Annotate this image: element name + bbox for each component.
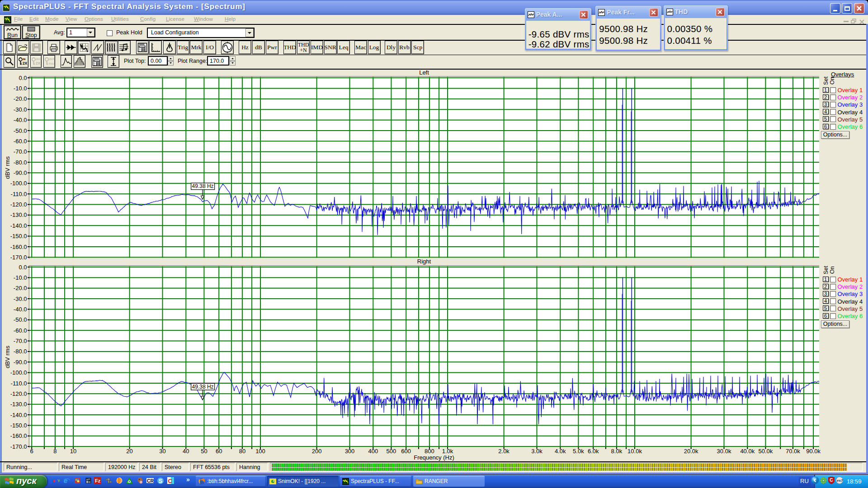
svg-text:50: 50 bbox=[201, 448, 207, 455]
svg-text:2.0k: 2.0k bbox=[498, 448, 509, 455]
svg-text:On: On bbox=[829, 266, 835, 274]
svg-text:-60.0: -60.0 bbox=[14, 327, 27, 334]
svg-text:10: 10 bbox=[70, 448, 76, 455]
svg-text:-40.0: -40.0 bbox=[14, 117, 27, 123]
svg-text:400: 400 bbox=[368, 448, 378, 455]
svg-text:-30.0: -30.0 bbox=[14, 106, 27, 113]
svg-text:20: 20 bbox=[126, 448, 132, 455]
svg-text:On: On bbox=[829, 77, 835, 84]
svg-text:-70.0: -70.0 bbox=[14, 148, 27, 155]
svg-text:40.0k: 40.0k bbox=[740, 448, 755, 455]
svg-text:e: e bbox=[64, 477, 67, 484]
svg-text:20.0k: 20.0k bbox=[684, 448, 698, 455]
svg-text:600: 600 bbox=[401, 448, 411, 455]
svg-text:0.0: 0.0 bbox=[19, 264, 27, 271]
svg-text:-50.0: -50.0 bbox=[14, 316, 27, 323]
svg-text:40: 40 bbox=[183, 448, 189, 455]
svg-text:-60.0: -60.0 bbox=[14, 138, 27, 145]
svg-text:Y: Y bbox=[57, 479, 60, 483]
svg-text:50.0k: 50.0k bbox=[758, 448, 773, 455]
svg-text:Left: Left bbox=[419, 69, 429, 76]
svg-text:-170.0: -170.0 bbox=[10, 254, 27, 261]
svg-text:-20.0: -20.0 bbox=[14, 285, 27, 291]
svg-text:8: 8 bbox=[53, 448, 57, 455]
svg-text:es7: es7 bbox=[837, 479, 843, 483]
svg-text:Frequency (Hz): Frequency (Hz) bbox=[414, 454, 454, 461]
svg-text:30.0k: 30.0k bbox=[717, 448, 731, 455]
svg-text:10.0k: 10.0k bbox=[627, 448, 642, 455]
svg-text:300: 300 bbox=[345, 448, 355, 455]
svg-text:CR: CR bbox=[147, 478, 154, 483]
svg-text:-80.0: -80.0 bbox=[14, 159, 27, 166]
svg-text:70.0k: 70.0k bbox=[786, 448, 800, 455]
svg-text:Fz: Fz bbox=[95, 478, 101, 483]
svg-text:0.0: 0.0 bbox=[19, 75, 27, 81]
svg-text:6: 6 bbox=[30, 448, 33, 455]
svg-text:-140.0: -140.0 bbox=[10, 222, 27, 229]
svg-text:Right: Right bbox=[417, 258, 431, 265]
svg-text:-70.0: -70.0 bbox=[14, 338, 27, 344]
svg-text:90.0k: 90.0k bbox=[806, 448, 821, 455]
svg-text:dBV rms: dBV rms bbox=[4, 346, 11, 368]
svg-text:dBV rms: dBV rms bbox=[4, 156, 11, 179]
svg-text:5.0k: 5.0k bbox=[573, 448, 584, 455]
svg-text:-10.0: -10.0 bbox=[14, 274, 27, 281]
svg-text:100: 100 bbox=[255, 448, 265, 455]
svg-text:80: 80 bbox=[239, 448, 245, 455]
svg-text:4.0k: 4.0k bbox=[555, 448, 566, 455]
svg-text:-30.0: -30.0 bbox=[14, 296, 27, 302]
svg-text:-170.0: -170.0 bbox=[10, 443, 27, 450]
svg-text:200: 200 bbox=[312, 448, 322, 455]
svg-text:6.0k: 6.0k bbox=[588, 448, 599, 455]
svg-text:-110.0: -110.0 bbox=[11, 380, 27, 387]
svg-text:8.0k: 8.0k bbox=[611, 448, 623, 455]
svg-text:-40.0: -40.0 bbox=[14, 306, 27, 313]
svg-text:Set: Set bbox=[823, 76, 829, 85]
svg-text:-130.0: -130.0 bbox=[10, 211, 27, 218]
svg-text:500: 500 bbox=[387, 448, 396, 455]
svg-text:60: 60 bbox=[216, 448, 222, 455]
svg-text:-50.0: -50.0 bbox=[14, 127, 27, 134]
svg-text:-20.0: -20.0 bbox=[14, 95, 27, 102]
svg-text:-120.0: -120.0 bbox=[10, 201, 27, 208]
svg-text:-150.0: -150.0 bbox=[10, 422, 27, 429]
svg-text:C: C bbox=[830, 478, 833, 483]
svg-text:49.38 Hz: 49.38 Hz bbox=[192, 384, 214, 390]
svg-text:-160.0: -160.0 bbox=[10, 432, 27, 439]
svg-text:-90.0: -90.0 bbox=[14, 359, 27, 366]
svg-text:30: 30 bbox=[159, 448, 165, 455]
svg-text:-110.0: -110.0 bbox=[11, 191, 27, 197]
svg-text:-80.0: -80.0 bbox=[14, 348, 27, 355]
svg-text:49.38 Hz: 49.38 Hz bbox=[192, 183, 214, 189]
svg-text:-150.0: -150.0 bbox=[10, 233, 27, 239]
svg-text:-10.0: -10.0 bbox=[14, 85, 27, 92]
svg-text:-140.0: -140.0 bbox=[10, 412, 27, 418]
svg-text:-120.0: -120.0 bbox=[10, 390, 27, 397]
svg-text:-130.0: -130.0 bbox=[10, 401, 27, 408]
svg-text:-160.0: -160.0 bbox=[10, 244, 27, 250]
svg-text:-100.0: -100.0 bbox=[10, 180, 27, 187]
svg-text:C: C bbox=[168, 478, 173, 484]
svg-text:-90.0: -90.0 bbox=[14, 169, 27, 176]
svg-text:3.0k: 3.0k bbox=[531, 448, 542, 455]
svg-text:-100.0: -100.0 bbox=[10, 369, 27, 376]
svg-text:S: S bbox=[159, 478, 162, 484]
svg-text:Set: Set bbox=[823, 266, 829, 274]
